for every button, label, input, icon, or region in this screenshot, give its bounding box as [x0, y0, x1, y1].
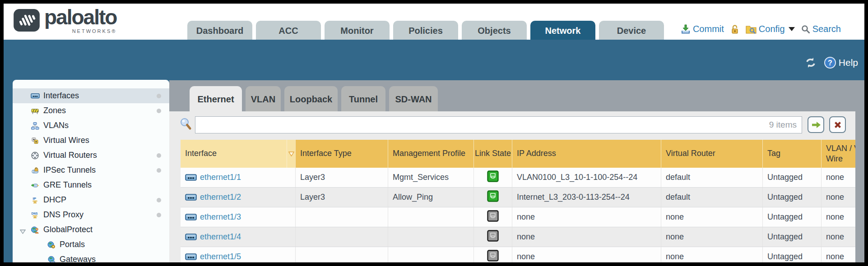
- link-state-cell: [474, 227, 512, 247]
- sidebar-item-label: Virtual Wires: [43, 136, 89, 145]
- status-dot: [157, 198, 161, 202]
- column-header-vlan-wire[interactable]: VLAN / Virtual Wire: [822, 140, 855, 168]
- interface-icon: [185, 194, 197, 201]
- tab-acc[interactable]: ACC: [256, 21, 321, 40]
- column-header-interface[interactable]: Interface: [181, 140, 287, 168]
- link-state-icon: [487, 170, 499, 184]
- table-row[interactable]: ethernet1/3 none none Untagged none: [181, 207, 855, 227]
- apply-filter-button[interactable]: [808, 116, 824, 133]
- status-dot: [157, 153, 161, 158]
- sidebar-item-globalprotect[interactable]: GlobalProtect: [13, 222, 169, 237]
- interface-cell: ethernet1/5: [181, 247, 296, 262]
- sidebar-item-portals[interactable]: Portals: [13, 237, 169, 252]
- sidebar-item-label: GRE Tunnels: [43, 180, 92, 190]
- interface-type-cell: [296, 227, 388, 247]
- expand-collapse-icon[interactable]: [20, 227, 26, 236]
- sort-dropdown[interactable]: [287, 140, 296, 168]
- help-button[interactable]: ? Help: [824, 57, 858, 69]
- tab-device[interactable]: Device: [599, 21, 664, 40]
- lock-button[interactable]: [730, 24, 739, 34]
- sidebar-item-label: Virtual Routers: [43, 151, 97, 160]
- interface-link[interactable]: ethernet1/1: [200, 173, 241, 182]
- column-header-link-state[interactable]: Link State: [474, 140, 512, 168]
- tab-sdwan[interactable]: SD-WAN: [389, 86, 438, 111]
- clear-filter-button[interactable]: [829, 116, 846, 133]
- chevron-down-icon: [789, 27, 795, 31]
- tab-vlan[interactable]: VLAN: [246, 86, 281, 111]
- column-header-management-profile[interactable]: Management Profile: [388, 140, 474, 168]
- sidebar-item-gre-tunnels[interactable]: GRE Tunnels: [13, 178, 169, 193]
- tab-network[interactable]: Network: [530, 21, 595, 40]
- zones-icon: [31, 107, 40, 115]
- tab-dashboard[interactable]: Dashboard: [187, 21, 252, 40]
- tag-cell: Untagged: [763, 168, 822, 187]
- filter-bar: 9 items: [169, 111, 855, 140]
- management-profile-cell: [388, 207, 474, 227]
- sidebar-item-label: DHCP: [43, 195, 66, 205]
- vlan-wire-cell: none: [822, 207, 855, 227]
- vlan-wire-cell: none: [822, 247, 855, 262]
- interface-link[interactable]: ethernet1/5: [200, 252, 241, 261]
- sidebar-item-label: Zones: [43, 106, 66, 115]
- tab-loopback[interactable]: Loopback: [284, 86, 338, 111]
- virtual-wires-icon: [31, 137, 40, 145]
- management-profile-cell: [388, 227, 474, 247]
- table-row[interactable]: ethernet1/5 none none Untagged none: [181, 247, 855, 262]
- table-row[interactable]: ethernet1/1 Layer3 Mgmt_Services VLAN010…: [181, 168, 855, 188]
- column-header-virtual-router[interactable]: Virtual Router: [661, 140, 763, 168]
- config-icon: [746, 25, 757, 34]
- tab-monitor[interactable]: Monitor: [325, 21, 390, 40]
- commit-icon: [681, 24, 691, 34]
- sidebar-item-ipsec-tunnels[interactable]: IPSec Tunnels: [13, 163, 169, 178]
- sidebar-item-zones[interactable]: Zones: [13, 103, 169, 118]
- portals-icon: [47, 241, 56, 249]
- tab-objects[interactable]: Objects: [462, 21, 527, 40]
- top-actions: Commit Config: [681, 24, 841, 34]
- sidebar-item-interfaces[interactable]: Interfaces: [13, 88, 169, 103]
- interface-cell: ethernet1/3: [181, 207, 296, 227]
- link-state-cell: [474, 247, 512, 262]
- link-state-cell: [474, 168, 512, 187]
- ip-address-cell: Internet_L3_203-0-113-254--24: [512, 188, 661, 207]
- search-button[interactable]: Search: [801, 24, 841, 34]
- column-header-tag[interactable]: Tag: [763, 140, 822, 168]
- virtual-router-cell: none: [661, 247, 763, 262]
- sidebar-item-virtual-wires[interactable]: Virtual Wires: [13, 133, 169, 148]
- tab-policies[interactable]: Policies: [393, 21, 458, 40]
- sidebar-item-virtual-routers[interactable]: Virtual Routers: [13, 148, 169, 163]
- sidebar-item-vlans[interactable]: VLANs: [13, 118, 169, 133]
- filter-input[interactable]: [195, 116, 802, 133]
- sidebar-item-gateways[interactable]: Gateways: [13, 252, 169, 262]
- tab-ethernet[interactable]: Ethernet: [190, 86, 242, 111]
- filter-input-wrap: 9 items: [195, 116, 802, 133]
- column-header-ip-address[interactable]: IP Address: [512, 140, 661, 168]
- interface-link[interactable]: ethernet1/3: [200, 212, 241, 222]
- secondary-toolbar: ? Help: [804, 57, 858, 69]
- vlans-icon: [31, 122, 40, 130]
- refresh-icon[interactable]: [804, 57, 817, 68]
- interface-link[interactable]: ethernet1/4: [200, 232, 241, 242]
- gre-tunnels-icon: [31, 181, 40, 189]
- table-header-row: Interface Interface Type Management Prof…: [181, 140, 855, 168]
- ipsec-tunnels-icon: [31, 166, 40, 174]
- table-row[interactable]: ethernet1/2 Layer3 Allow_Ping Internet_L…: [181, 188, 855, 207]
- commit-button[interactable]: Commit: [681, 24, 724, 34]
- tag-cell: Untagged: [763, 247, 822, 262]
- link-state-icon: [487, 230, 499, 244]
- column-header-interface-type[interactable]: Interface Type: [296, 140, 388, 168]
- close-icon: [833, 120, 842, 129]
- interface-link[interactable]: ethernet1/2: [200, 193, 241, 202]
- paloalto-logo: paloalto NETWORKS®: [14, 6, 116, 34]
- tab-tunnel[interactable]: Tunnel: [341, 86, 385, 111]
- ip-address-cell: none: [512, 227, 661, 247]
- brand-name: paloalto: [44, 6, 116, 28]
- status-dot: [157, 213, 161, 217]
- sidebar-item-dns-proxy[interactable]: DNS DNS Proxy: [13, 207, 169, 222]
- table-row[interactable]: ethernet1/4 none none Untagged none: [181, 227, 855, 247]
- interface-cell: ethernet1/4: [181, 227, 296, 247]
- sidebar-item-dhcp[interactable]: IP DHCP: [13, 193, 169, 207]
- status-dot: [157, 168, 161, 173]
- config-dropdown[interactable]: Config: [746, 24, 795, 34]
- status-dot: [157, 94, 161, 98]
- ip-address-cell: none: [512, 207, 661, 227]
